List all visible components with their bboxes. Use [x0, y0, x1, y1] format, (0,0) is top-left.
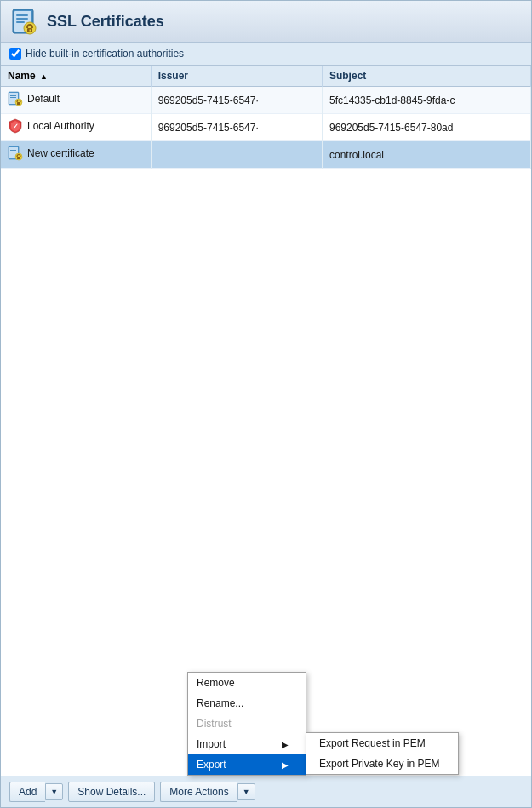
- cert-icon-2: [8, 146, 23, 161]
- table-row[interactable]: New certificate control.local: [1, 141, 531, 169]
- cell-subject: 5fc14335-cb1d-8845-9fda-c: [322, 87, 530, 114]
- add-dropdown-arrow[interactable]: ▼: [45, 783, 63, 800]
- more-actions-button[interactable]: More Actions: [160, 782, 237, 802]
- shield-cert-icon: ✓: [8, 118, 23, 134]
- column-issuer[interactable]: Issuer: [151, 66, 322, 87]
- cell-subject: control.local: [322, 141, 530, 169]
- context-menu-item-export-container: Export ▶ Export Request in PEM Export Pr…: [188, 754, 306, 775]
- context-menu-item-rename[interactable]: Rename...: [188, 693, 306, 713]
- table-row[interactable]: ✓ Local Authority 969205d5-7415-6547· 96…: [1, 114, 531, 141]
- svg-rect-17: [10, 150, 16, 151]
- submenu-item-export-private-key-pem[interactable]: Export Private Key in PEM: [306, 754, 458, 774]
- certificates-table-container: Name ▲ Issuer Subject: [1, 66, 531, 776]
- add-button[interactable]: Add: [9, 782, 45, 802]
- cert-icon: [8, 91, 23, 106]
- svg-rect-2: [16, 14, 28, 16]
- title-bar: SSL Certificates: [1, 1, 531, 43]
- column-name[interactable]: Name ▲: [1, 66, 151, 87]
- svg-rect-13: [17, 102, 20, 105]
- context-menu: Remove Rename... Distrust Import ▶ Expor…: [187, 672, 306, 776]
- svg-rect-7: [30, 30, 31, 32]
- cell-name: Default: [1, 87, 151, 114]
- svg-rect-18: [10, 152, 16, 152]
- context-menu-item-import[interactable]: Import ▶: [188, 734, 306, 754]
- column-subject[interactable]: Subject: [322, 66, 530, 87]
- export-submenu: Export Request in PEM Export Private Key…: [306, 732, 459, 775]
- more-actions-button-group: More Actions ▼: [160, 782, 255, 802]
- context-menu-item-remove[interactable]: Remove: [188, 673, 306, 693]
- svg-rect-20: [17, 157, 20, 159]
- sort-arrow-icon: ▲: [40, 72, 48, 81]
- hide-builtin-checkbox[interactable]: [9, 48, 21, 60]
- cell-issuer: 969205d5-7415-6547·: [151, 87, 322, 114]
- page-title: SSL Certificates: [47, 13, 164, 31]
- more-actions-dropdown-arrow[interactable]: ▼: [237, 783, 255, 800]
- main-window: SSL Certificates Hide built-in certifica…: [0, 0, 532, 808]
- show-details-button[interactable]: Show Details...: [68, 782, 155, 802]
- add-button-group: Add ▼: [9, 782, 63, 802]
- svg-rect-3: [16, 18, 28, 20]
- cell-issuer: 969205d5-7415-6547·: [151, 114, 322, 141]
- certificates-table: Name ▲ Issuer Subject: [1, 66, 531, 169]
- context-menu-item-distrust: Distrust: [188, 713, 306, 734]
- hide-builtin-label[interactable]: Hide built-in certification authorities: [9, 48, 184, 60]
- table-body: Default 969205d5-7415-6547· 5fc14335-cb1…: [1, 87, 531, 169]
- svg-rect-4: [16, 21, 25, 23]
- svg-rect-11: [10, 97, 16, 98]
- bottom-bar: Add ▼ Show Details... More Actions ▼: [1, 776, 531, 807]
- submenu-item-export-request-pem[interactable]: Export Request in PEM: [306, 733, 458, 754]
- submenu-arrow-export-icon: ▶: [282, 760, 289, 770]
- submenu-arrow-icon: ▶: [282, 740, 289, 749]
- cell-name: ✓ Local Authority: [1, 114, 151, 141]
- svg-rect-10: [10, 95, 16, 96]
- cell-name: New certificate: [1, 141, 151, 169]
- cell-issuer: [151, 141, 322, 169]
- window-icon: [11, 8, 38, 35]
- context-menu-item-export[interactable]: Export ▶: [188, 754, 306, 775]
- table-header: Name ▲ Issuer Subject: [1, 66, 531, 87]
- table-row[interactable]: Default 969205d5-7415-6547· 5fc14335-cb1…: [1, 87, 531, 114]
- toolbar: Hide built-in certification authorities: [1, 43, 531, 66]
- cell-subject: 969205d5-7415-6547-80ad: [322, 114, 530, 141]
- svg-text:✓: ✓: [13, 123, 19, 130]
